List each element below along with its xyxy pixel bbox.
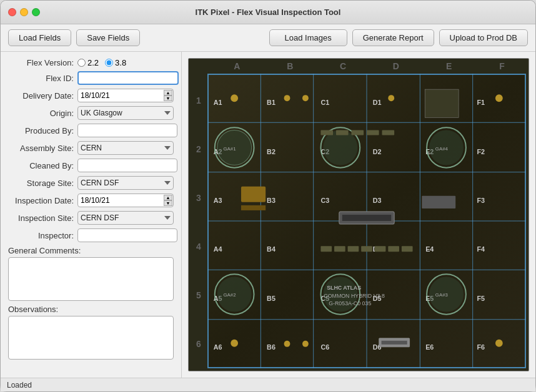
toolbar-right: Load Images Generate Report Upload to Pr… bbox=[269, 29, 528, 46]
flex-version-3-8-radio[interactable] bbox=[105, 59, 113, 67]
general-comments-textarea[interactable] bbox=[8, 257, 174, 301]
row-label-3: 3 bbox=[192, 174, 205, 222]
svg-point-57 bbox=[323, 130, 357, 165]
inspection-date-label: Inspection Date: bbox=[8, 196, 74, 205]
row-label-1: 1 bbox=[192, 76, 205, 125]
svg-text:F2: F2 bbox=[477, 147, 485, 155]
row-label-5: 5 bbox=[192, 271, 205, 320]
inspector-row: Inspector: bbox=[8, 228, 174, 242]
top-toolbar: Load Fields Save Fields Load Images Gene… bbox=[1, 24, 535, 52]
flex-version-label: Flex Version: bbox=[8, 58, 74, 67]
produced-by-input[interactable] bbox=[77, 124, 177, 137]
delivery-date-row: Delivery Date: ▲ ▼ bbox=[8, 89, 174, 102]
inspector-input[interactable] bbox=[77, 228, 177, 242]
save-fields-button[interactable]: Save Fields bbox=[76, 29, 140, 46]
svg-rect-77 bbox=[382, 130, 395, 135]
column-labels: A B C D E F bbox=[211, 61, 529, 71]
flex-id-label: Flex ID: bbox=[8, 74, 74, 83]
col-label-c: C bbox=[317, 61, 370, 71]
inspection-date-row: Inspection Date: ▲ ▼ bbox=[8, 194, 174, 207]
row-label-4: 4 bbox=[192, 222, 205, 271]
svg-rect-82 bbox=[375, 246, 386, 252]
flex-version-row: Flex Version: 2.2 3.8 bbox=[8, 58, 174, 67]
svg-point-13 bbox=[231, 94, 238, 102]
delivery-date-down-button[interactable]: ▼ bbox=[164, 96, 172, 101]
close-button[interactable] bbox=[8, 8, 16, 16]
delivery-date-up-button[interactable]: ▲ bbox=[164, 90, 172, 96]
origin-select[interactable]: UK Glasgow CERN US SLAC bbox=[77, 106, 174, 120]
assembly-site-select[interactable]: CERN UK Glasgow US SLAC bbox=[77, 141, 174, 155]
svg-point-14 bbox=[231, 340, 238, 347]
status-text: Loaded bbox=[7, 381, 32, 390]
svg-text:COMMON HYBRID V3.8: COMMON HYBRID V3.8 bbox=[324, 292, 385, 298]
svg-rect-69 bbox=[241, 187, 266, 202]
col-label-e: E bbox=[422, 61, 475, 71]
cleaned-by-input[interactable] bbox=[77, 159, 177, 172]
origin-row: Origin: UK Glasgow CERN US SLAC bbox=[8, 106, 174, 120]
title-bar: ITK Pixel - Flex Visual Inspection Tool bbox=[1, 1, 535, 24]
maximize-button[interactable] bbox=[32, 8, 40, 16]
inspection-site-label: Inspection Site: bbox=[8, 213, 74, 223]
right-panel: A B C D E F 1 2 3 4 5 6 bbox=[182, 52, 535, 378]
svg-rect-97 bbox=[422, 196, 455, 208]
storage-site-label: Storage Site: bbox=[8, 179, 74, 188]
left-panel: Flex Version: 2.2 3.8 Flex ID: bbox=[1, 52, 182, 378]
svg-point-86 bbox=[302, 95, 309, 101]
svg-point-15 bbox=[495, 94, 503, 102]
svg-rect-84 bbox=[402, 246, 413, 252]
inspection-date-down-button[interactable]: ▼ bbox=[164, 200, 172, 206]
main-window: ITK Pixel - Flex Visual Inspection Tool … bbox=[0, 0, 536, 392]
svg-text:C3: C3 bbox=[320, 197, 329, 204]
svg-text:F5: F5 bbox=[477, 294, 485, 301]
svg-text:A1: A1 bbox=[214, 99, 222, 106]
svg-point-16 bbox=[495, 340, 503, 347]
flex-id-input[interactable] bbox=[77, 71, 179, 85]
generate-report-button[interactable]: Generate Report bbox=[352, 29, 434, 46]
svg-rect-78 bbox=[320, 246, 332, 252]
svg-rect-73 bbox=[320, 130, 333, 135]
row-labels: 1 2 3 4 5 6 bbox=[192, 76, 205, 368]
flex-version-3-8-label[interactable]: 3.8 bbox=[105, 58, 126, 67]
row-label-6: 6 bbox=[192, 320, 205, 368]
svg-text:A4: A4 bbox=[214, 245, 222, 253]
svg-rect-76 bbox=[367, 130, 379, 135]
inspection-site-select[interactable]: CERN DSF UK Glasgow US SLAC bbox=[77, 211, 174, 225]
svg-text:B3: B3 bbox=[267, 197, 275, 204]
svg-text:F4: F4 bbox=[477, 245, 485, 253]
flex-version-2-2-radio[interactable] bbox=[77, 59, 86, 67]
upload-to-prod-db-button[interactable]: Upload to Prod DB bbox=[439, 29, 528, 46]
svg-rect-79 bbox=[334, 246, 345, 252]
storage-site-select[interactable]: CERN DSF UK Glasgow US SLAC bbox=[77, 176, 174, 190]
toolbar-left: Load Fields Save Fields bbox=[8, 29, 140, 46]
svg-rect-70 bbox=[241, 205, 266, 210]
svg-rect-74 bbox=[336, 130, 349, 135]
inspection-date-input[interactable] bbox=[77, 194, 174, 207]
svg-rect-83 bbox=[388, 246, 399, 252]
observations-textarea[interactable] bbox=[8, 316, 174, 360]
flex-version-2-2-label[interactable]: 2.2 bbox=[77, 58, 99, 67]
delivery-date-stepper: ▲ ▼ bbox=[164, 90, 172, 101]
svg-text:A6: A6 bbox=[214, 343, 222, 351]
minimize-button[interactable] bbox=[20, 8, 28, 16]
inspection-site-row: Inspection Site: CERN DSF UK Glasgow US … bbox=[8, 211, 174, 225]
svg-text:E4: E4 bbox=[425, 245, 434, 253]
flex-version-radio-group: 2.2 3.8 bbox=[77, 58, 126, 67]
load-fields-button[interactable]: Load Fields bbox=[8, 29, 71, 46]
load-images-button[interactable]: Load Images bbox=[269, 29, 347, 46]
origin-label: Origin: bbox=[8, 109, 74, 118]
observations-label: Observations: bbox=[8, 305, 174, 314]
svg-text:GA#1: GA#1 bbox=[224, 145, 237, 151]
svg-rect-80 bbox=[348, 246, 359, 252]
svg-rect-96 bbox=[425, 89, 459, 117]
svg-rect-81 bbox=[361, 246, 372, 252]
col-label-d: D bbox=[369, 61, 422, 71]
inspection-date-up-button[interactable]: ▲ bbox=[164, 195, 172, 200]
col-label-a: A bbox=[211, 61, 264, 71]
svg-text:D3: D3 bbox=[373, 197, 382, 204]
svg-text:GA#3: GA#3 bbox=[435, 292, 449, 298]
delivery-date-input[interactable] bbox=[77, 89, 174, 102]
svg-text:B2: B2 bbox=[267, 147, 275, 155]
row-label-2: 2 bbox=[192, 125, 205, 174]
svg-text:GA#4: GA#4 bbox=[435, 145, 449, 151]
pcb-container: A B C D E F 1 2 3 4 5 6 bbox=[188, 58, 529, 371]
